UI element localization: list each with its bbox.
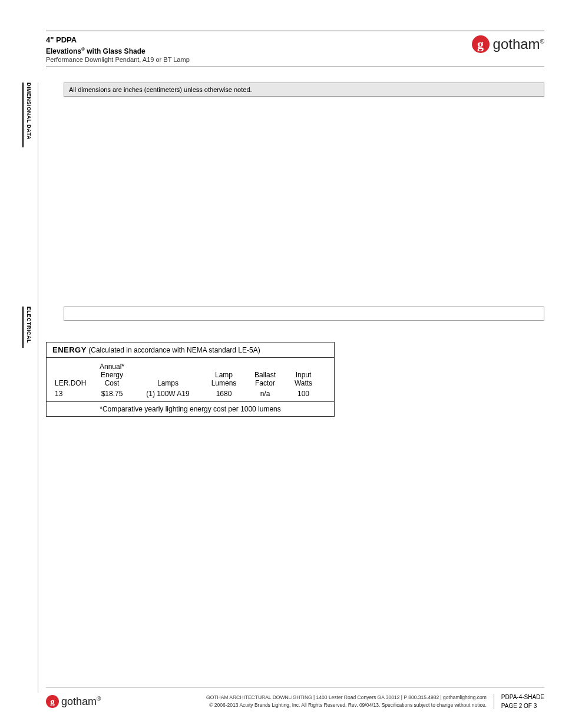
cell-ler: 13 (50, 390, 91, 398)
footer-right: PDPA-4-SHADE PAGE 2 OF 3 (494, 693, 544, 710)
col-lumens-l2: Lumens (211, 379, 237, 387)
footer-center: GOTHAM ARCHITECTURAL DOWNLIGHTING | 1400… (101, 694, 494, 709)
cell-cost: $18.75 (91, 390, 133, 398)
col-cost-l3: Cost (105, 379, 120, 387)
section-tab-electrical: ELECTRICAL (22, 307, 32, 348)
energy-table-body: LER.DOH Annual*EnergyCost Lamps LampLume… (46, 358, 335, 401)
col-ballast-l1: Ballast (254, 371, 276, 379)
brand-mark-icon-small: g (46, 695, 59, 708)
product-name-prefix: Elevations (46, 47, 81, 55)
col-header-cost: Annual*EnergyCost (91, 363, 133, 387)
col-cost-l1: Annual* (100, 363, 124, 371)
table-data-row: 13 $18.75 (1) 100W A19 1680 n/a 100 (50, 390, 330, 398)
dimensional-note-box: All dimensions are inches (centimeters) … (64, 83, 544, 97)
cell-ballast: n/a (244, 390, 286, 398)
header-rule (46, 67, 544, 67)
brand-registered: ® (540, 38, 544, 45)
col-watts-l1: Input (296, 371, 312, 379)
section-tab-dimensional: DIMENSIONAL DATA (22, 83, 32, 147)
col-watts-l2: Watts (295, 379, 312, 387)
page-footer: g gotham® GOTHAM ARCHITECTURAL DOWNLIGHT… (46, 687, 544, 710)
brand-mark-icon: g (472, 35, 490, 53)
brand-name: gotham® (493, 36, 544, 52)
brand-logo-header: g gotham® (472, 35, 544, 53)
footer-copyright: © 2006-2013 Acuity Brands Lighting, Inc.… (101, 701, 486, 709)
energy-subtitle: (Calculated in accordance with NEMA stan… (87, 346, 260, 354)
cell-lumens: 1680 (203, 390, 244, 398)
electrical-section-box (64, 307, 544, 321)
brand-registered-small: ® (97, 696, 101, 702)
footer-doc-code: PDPA-4-SHADE (501, 693, 544, 701)
col-ler-label: LER.DOH (55, 379, 86, 387)
product-description: Performance Downlight Pendant, A19 or BT… (46, 56, 190, 63)
brand-name-small: gotham® (61, 696, 101, 708)
col-cost-l2: Energy (101, 371, 123, 379)
footer-address: GOTHAM ARCHITECTURAL DOWNLIGHTING | 1400… (101, 694, 486, 701)
col-header-ler: LER.DOH (50, 363, 91, 387)
col-header-ballast: BallastFactor (244, 363, 286, 387)
col-lumens-l1: Lamp (215, 371, 233, 379)
cell-lamps: (1) 100W A19 (133, 390, 203, 398)
page-top-rule (46, 31, 544, 31)
cell-watts: 100 (286, 390, 321, 398)
product-code: 4" PDPA (46, 35, 190, 44)
col-lamps-label: Lamps (157, 379, 178, 387)
brand-name-text: gotham (493, 36, 540, 52)
energy-footnote: *Comparative yearly lighting energy cost… (46, 401, 335, 417)
col-header-lumens: LampLumens (203, 363, 244, 387)
product-name-suffix: with Glass Shade (85, 47, 146, 55)
energy-table-header: ENERGY (Calculated in accordance with NE… (46, 342, 335, 358)
table-header-row: LER.DOH Annual*EnergyCost Lamps LampLume… (50, 363, 330, 387)
dimensional-note: All dimensions are inches (centimeters) … (69, 86, 252, 93)
left-margin-rule (38, 83, 38, 693)
footer-page-number: PAGE 2 OF 3 (501, 701, 544, 710)
brand-logo-footer: g gotham® (46, 695, 101, 708)
col-header-watts: InputWatts (286, 363, 321, 387)
product-name: Elevations® with Glass Shade (46, 47, 190, 55)
col-header-lamps: Lamps (133, 363, 203, 387)
col-ballast-l2: Factor (255, 379, 275, 387)
energy-table: ENERGY (Calculated in accordance with NE… (46, 342, 335, 417)
brand-name-small-text: gotham (61, 696, 97, 707)
energy-title: ENERGY (52, 345, 87, 354)
document-header: 4" PDPA Elevations® with Glass Shade Per… (46, 35, 190, 63)
